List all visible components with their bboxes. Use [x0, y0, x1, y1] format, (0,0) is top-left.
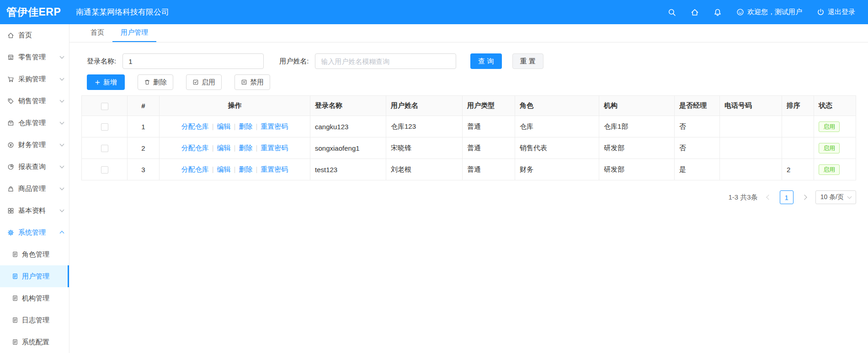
sidebar-subitem-users[interactable]: 用户管理 — [0, 265, 69, 287]
basic-data-icon — [7, 207, 14, 214]
row-checkbox[interactable] — [101, 145, 108, 152]
pagination-total: 1-3 共3条 — [728, 193, 757, 202]
chevron-down-icon — [60, 210, 64, 211]
sidebar-item-basic-data[interactable]: 基本资料 — [0, 200, 69, 221]
system-icon — [7, 229, 14, 236]
header-status: 状态 — [814, 96, 856, 116]
sidebar-item-warehouse[interactable]: 仓库管理 — [0, 112, 69, 134]
header-user-name: 用户姓名 — [386, 96, 463, 116]
sidebar-subitem-label: 日志管理 — [22, 316, 49, 325]
enable-button[interactable]: 启用 — [186, 74, 222, 90]
cell-checkbox — [82, 137, 128, 159]
status-badge: 启用 — [819, 164, 840, 175]
select-all-checkbox[interactable] — [101, 103, 108, 110]
sidebar-item-retail[interactable]: 零售管理 — [0, 46, 69, 68]
prev-page-button[interactable] — [763, 190, 775, 204]
pagination: 1-3 共3条 1 10 条/页 — [81, 190, 856, 204]
sidebar-item-purchase[interactable]: 采购管理 — [0, 68, 69, 90]
chevron-up-icon — [60, 230, 64, 235]
search-button[interactable]: 查 询 — [470, 53, 501, 69]
sidebar-subitem-label: 用户管理 — [22, 272, 49, 281]
finance-icon — [7, 142, 14, 148]
sidebar-item-label: 销售管理 — [18, 97, 46, 105]
reset-password-link[interactable]: 重置密码 — [261, 144, 288, 152]
purchase-icon — [7, 76, 14, 83]
sidebar-subitem-label: 角色管理 — [22, 250, 49, 259]
link-separator: | — [212, 122, 214, 130]
cell-organization: 仓库1部 — [599, 116, 675, 137]
sidebar-item-label: 商品管理 — [18, 184, 46, 193]
delete-button[interactable]: 删除 — [138, 74, 173, 90]
cell-index: 3 — [128, 159, 160, 180]
sidebar-subitem-roles[interactable]: 角色管理 — [0, 243, 69, 265]
cell-user-name: 宋晓锋 — [386, 137, 463, 159]
topbar-right: 欢迎您，测试用户 退出登录 — [668, 8, 868, 16]
header-user-type: 用户类型 — [463, 96, 515, 116]
reset-password-link[interactable]: 重置密码 — [261, 122, 288, 130]
login-name-label: 登录名称: — [87, 57, 116, 66]
delete-link[interactable]: 删除 — [239, 144, 252, 152]
x-square-icon — [241, 79, 247, 85]
user-name-label: 用户姓名: — [279, 57, 309, 66]
welcome-text: 欢迎您，测试用户 — [747, 8, 802, 16]
cell-phone — [720, 137, 782, 159]
sidebar-item-reports[interactable]: 报表查询 — [0, 156, 69, 178]
user-name-input[interactable] — [315, 53, 456, 69]
toolbar: 新增 删除 启用 禁用 — [87, 74, 856, 90]
sidebar-subitem-system-config[interactable]: 系统配置 — [0, 331, 69, 353]
assign-warehouse-link[interactable]: 分配仓库 — [181, 165, 209, 173]
topbar: 管伊佳ERP 南通某某网络科技有限公司 欢迎您，测试用户 退出登录 — [0, 0, 868, 24]
cell-status: 启用 — [814, 137, 856, 159]
sidebar-item-system[interactable]: 系统管理 — [0, 221, 69, 243]
page-size-select[interactable]: 10 条/页 — [815, 190, 856, 204]
sidebar-subitem-logs[interactable]: 日志管理 — [0, 309, 69, 331]
chevron-down-icon — [60, 100, 64, 102]
filter-row: 登录名称: 用户姓名: 查 询 重 置 — [87, 53, 856, 69]
user-welcome[interactable]: 欢迎您，测试用户 — [736, 8, 802, 16]
cell-organization: 研发部 — [599, 137, 675, 159]
bell-icon[interactable] — [714, 8, 722, 16]
warehouse-icon — [7, 120, 14, 126]
reset-button[interactable]: 重 置 — [512, 53, 543, 69]
edit-link[interactable]: 编辑 — [217, 165, 231, 173]
assign-warehouse-link[interactable]: 分配仓库 — [181, 144, 209, 152]
chevron-left-icon — [766, 195, 771, 200]
logout-icon — [817, 8, 825, 16]
sidebar-item-sales[interactable]: 销售管理 — [0, 90, 69, 112]
cell-is-manager: 是 — [675, 159, 720, 180]
check-square-icon — [192, 79, 199, 85]
delete-link[interactable]: 删除 — [239, 165, 252, 173]
cell-status: 启用 — [814, 159, 856, 180]
sidebar-item-label: 仓库管理 — [18, 119, 46, 127]
cell-is-manager: 否 — [675, 116, 720, 137]
chevron-down-icon — [60, 166, 64, 168]
next-page-button[interactable] — [799, 190, 810, 204]
delete-link[interactable]: 删除 — [239, 122, 252, 130]
reset-password-link[interactable]: 重置密码 — [261, 165, 288, 173]
disable-button[interactable]: 禁用 — [234, 74, 270, 90]
sidebar-item-home[interactable]: 首页 — [0, 24, 69, 46]
status-badge: 启用 — [819, 143, 840, 153]
doc-icon — [12, 295, 18, 301]
current-page-button[interactable]: 1 — [780, 190, 793, 204]
home-icon[interactable] — [691, 8, 699, 16]
tab-home[interactable]: 首页 — [82, 24, 112, 42]
edit-link[interactable]: 编辑 — [217, 144, 231, 152]
logout-button[interactable]: 退出登录 — [817, 8, 855, 16]
add-button[interactable]: 新增 — [87, 74, 125, 90]
sidebar-subitem-organizations[interactable]: 机构管理 — [0, 287, 69, 309]
link-separator: | — [256, 122, 257, 130]
cell-checkbox — [82, 159, 128, 180]
row-checkbox[interactable] — [101, 123, 108, 131]
sidebar-item-goods[interactable]: 商品管理 — [0, 178, 69, 200]
header-role: 角色 — [515, 96, 599, 116]
row-checkbox[interactable] — [101, 166, 108, 174]
edit-link[interactable]: 编辑 — [217, 122, 231, 130]
tab-user-management[interactable]: 用户管理 — [112, 24, 156, 42]
cell-operations: 分配仓库|编辑|删除|重置密码 — [160, 116, 310, 137]
sidebar-item-finance[interactable]: 财务管理 — [0, 134, 69, 156]
sidebar-item-label: 首页 — [18, 31, 32, 40]
assign-warehouse-link[interactable]: 分配仓库 — [181, 122, 209, 130]
search-icon[interactable] — [668, 8, 676, 16]
login-name-input[interactable] — [122, 53, 264, 69]
